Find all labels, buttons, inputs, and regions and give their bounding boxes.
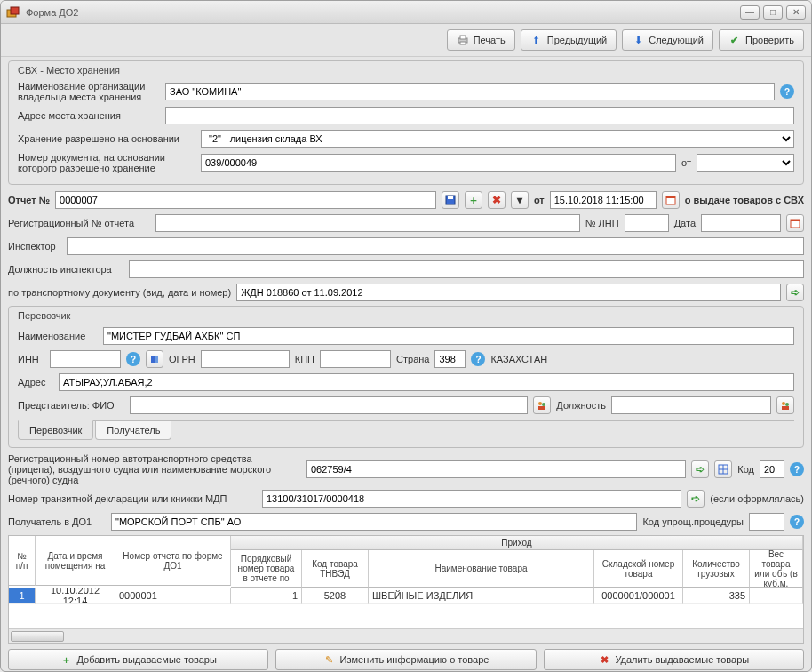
rep-pos-input[interactable]	[611, 396, 771, 414]
calendar-icon-button[interactable]	[662, 191, 680, 209]
transport-input[interactable]	[236, 284, 781, 301]
inn-help-icon[interactable]: ?	[126, 352, 140, 366]
org-label: Наименование организации владельца места…	[18, 81, 160, 102]
org-input[interactable]	[165, 83, 775, 100]
pencil-icon: ✎	[323, 653, 336, 666]
maximize-button[interactable]: □	[763, 5, 783, 20]
rep-input[interactable]	[130, 396, 528, 414]
carrier-name-input[interactable]	[103, 327, 794, 345]
svg-point-13	[538, 402, 542, 405]
vehicle-code-label: Код	[737, 464, 754, 475]
add-goods-button[interactable]: ＋ Добавить выдаваемые товары	[8, 649, 268, 670]
transit-go-icon[interactable]: ➪	[687, 490, 705, 508]
permit-select[interactable]: "2" - лицензия склада ВХ	[201, 130, 794, 148]
add-icon-button[interactable]: ＋	[465, 191, 482, 209]
rep-person-icon[interactable]	[533, 396, 551, 414]
check-button[interactable]: ✔ Проверить	[719, 29, 804, 51]
cell-qty: 335	[683, 588, 750, 604]
app-icon	[6, 5, 20, 20]
content: СВХ - Место хранения Наименование органи…	[1, 57, 811, 671]
help-icon[interactable]: ?	[780, 84, 794, 99]
date2-input[interactable]	[701, 214, 781, 232]
transport-label: по транспортному документу (вид, дата и …	[8, 287, 231, 298]
reg-input[interactable]	[155, 214, 580, 232]
reg-label: Регистрационный № отчета	[8, 218, 150, 228]
vehicle-help-icon[interactable]: ?	[790, 462, 804, 476]
arrow-up-icon: ⬆	[530, 34, 543, 46]
save-icon-button[interactable]	[442, 191, 459, 209]
report-suffix: о выдаче товаров с СВХ	[685, 195, 804, 205]
inspector-label: Инспектор	[8, 241, 61, 252]
th-seq: Порядковый номер товара в отчете по	[231, 550, 302, 588]
country-name: КАЗАХСТАН	[490, 354, 547, 364]
th-datetime: Дата и время помещения на	[36, 536, 115, 586]
carrier-tabs: Перевозчик Получатель	[18, 420, 794, 440]
plus-icon: ＋	[60, 653, 72, 666]
report-date-input[interactable]	[550, 191, 657, 209]
svg-point-16	[782, 402, 785, 405]
docnum-input[interactable]	[201, 154, 676, 172]
tab-carrier[interactable]: Перевозчик	[18, 420, 93, 440]
carrier-address-input[interactable]	[59, 373, 794, 391]
transit-input[interactable]	[262, 490, 681, 508]
simpl-help-icon[interactable]: ?	[790, 515, 804, 529]
toolbar: Печать ⬆ Предыдущий ⬇ Следующий ✔ Провер…	[1, 24, 811, 57]
delete-goods-button[interactable]: ✖ Удалить выдаваемые товары	[544, 649, 804, 670]
th-sklad: Складской номер товара	[594, 550, 683, 588]
inspector-input[interactable]	[67, 237, 804, 255]
country-help-icon[interactable]: ?	[471, 352, 485, 366]
docdate-select[interactable]	[697, 154, 794, 172]
delete-icon: ✖	[598, 653, 610, 666]
table-body: 1 10.10.2012 12:14 0000001 1 5208 ШВЕЙНЫ…	[9, 588, 803, 628]
recipient-label: Получатель в ДО1	[8, 516, 106, 527]
position-label: Должность инспектора	[8, 264, 123, 275]
svg-rect-10	[791, 220, 800, 221]
table-row[interactable]: 1 10.10.2012 12:14 0000001 1 5208 ШВЕЙНЫ…	[9, 588, 803, 604]
svg-rect-4	[460, 42, 466, 44]
calendar2-icon-button[interactable]	[786, 214, 804, 232]
minimize-button[interactable]: —	[740, 5, 760, 20]
report-num-input[interactable]	[55, 191, 436, 209]
window-title: Форма ДО2	[26, 7, 740, 18]
svh-panel-title: СВХ - Место хранения	[18, 65, 794, 76]
prev-button[interactable]: ⬆ Предыдущий	[521, 29, 617, 51]
svg-rect-18	[782, 406, 789, 410]
rep-label: Представитель: ФИО	[18, 400, 124, 411]
vehicle-reg-input[interactable]	[306, 460, 686, 478]
svg-point-17	[785, 403, 789, 406]
close-button[interactable]: ✕	[786, 5, 806, 20]
tab-recipient[interactable]: Получатель	[95, 421, 171, 440]
position-input[interactable]	[129, 260, 804, 278]
arrow-down-icon: ⬇	[632, 34, 644, 46]
kpp-input[interactable]	[320, 350, 391, 368]
svg-rect-8	[666, 196, 675, 198]
rep-pos-person-icon[interactable]	[776, 396, 794, 414]
table-hscroll[interactable]	[9, 628, 803, 643]
cell-name: ШВЕЙНЫЕ ИЗДЕЛИЯ	[369, 588, 594, 604]
carrier-name-label: Наименование	[18, 331, 98, 341]
delete-icon-button[interactable]: ✖	[488, 191, 506, 209]
vehicle-grid-icon[interactable]	[714, 460, 732, 478]
edit-goods-button[interactable]: ✎ Изменить информацию о товаре	[275, 649, 536, 670]
inn-book-icon[interactable]	[146, 350, 163, 368]
ogrn-label: ОГРН	[169, 354, 195, 364]
lnp-input[interactable]	[625, 214, 669, 232]
vehicle-go-icon[interactable]: ➪	[691, 460, 709, 478]
ogrn-input[interactable]	[201, 350, 290, 368]
cell-seq: 1	[231, 588, 302, 604]
inn-input[interactable]	[50, 350, 121, 368]
next-button[interactable]: ⬇ Следующий	[622, 29, 713, 51]
recipient-input[interactable]	[111, 513, 637, 531]
carrier-panel-title: Перевозчик	[18, 310, 794, 321]
check-icon: ✔	[728, 34, 741, 46]
vehicle-code-input[interactable]	[760, 460, 784, 478]
print-button[interactable]: Печать	[447, 29, 515, 51]
lnp-label: № ЛНП	[585, 218, 619, 228]
address-input[interactable]	[165, 107, 794, 124]
country-code-input[interactable]	[434, 350, 466, 368]
transport-add-button[interactable]: ➪	[786, 284, 804, 301]
dropdown-icon-button[interactable]: ▾	[511, 191, 529, 209]
th-weight: Вес товара или объ (в куб.м.	[750, 550, 803, 588]
th-name: Наименование товара	[369, 550, 594, 588]
simpl-input[interactable]	[749, 513, 784, 531]
